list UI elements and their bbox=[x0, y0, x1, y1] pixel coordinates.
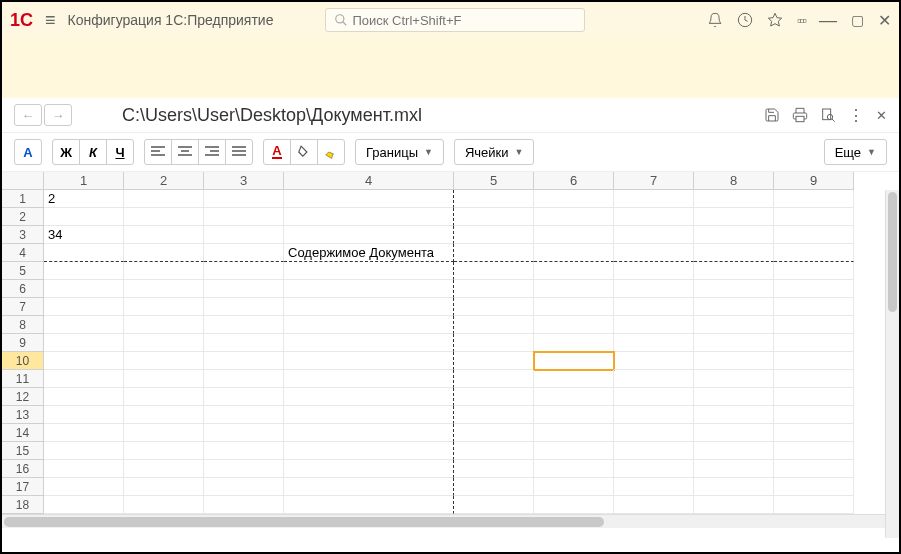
cell[interactable] bbox=[44, 298, 124, 316]
row-header[interactable]: 5 bbox=[2, 262, 44, 280]
cell[interactable] bbox=[774, 226, 854, 244]
bell-icon[interactable] bbox=[707, 12, 723, 28]
cell[interactable] bbox=[774, 478, 854, 496]
cell[interactable] bbox=[694, 244, 774, 262]
cell[interactable] bbox=[614, 280, 694, 298]
cell[interactable] bbox=[694, 226, 774, 244]
cell[interactable] bbox=[204, 424, 284, 442]
col-header[interactable]: 4 bbox=[284, 172, 454, 190]
cell[interactable] bbox=[124, 388, 204, 406]
cell[interactable] bbox=[774, 298, 854, 316]
cell[interactable] bbox=[284, 442, 454, 460]
cell[interactable] bbox=[614, 406, 694, 424]
cell[interactable] bbox=[204, 262, 284, 280]
cell[interactable] bbox=[774, 406, 854, 424]
cell[interactable] bbox=[124, 190, 204, 208]
cell[interactable]: Содержимое Документа bbox=[284, 244, 454, 262]
cell[interactable] bbox=[454, 280, 534, 298]
cell[interactable] bbox=[454, 262, 534, 280]
cell[interactable] bbox=[534, 370, 614, 388]
close-icon[interactable]: ✕ bbox=[878, 11, 891, 30]
cell[interactable] bbox=[694, 406, 774, 424]
cell[interactable] bbox=[284, 190, 454, 208]
back-button[interactable]: ← bbox=[14, 104, 42, 126]
cell[interactable] bbox=[284, 316, 454, 334]
cell[interactable] bbox=[534, 316, 614, 334]
cell[interactable] bbox=[694, 280, 774, 298]
cell[interactable] bbox=[284, 424, 454, 442]
cell[interactable] bbox=[694, 334, 774, 352]
cell[interactable] bbox=[774, 262, 854, 280]
cell[interactable] bbox=[534, 334, 614, 352]
minimize-icon[interactable]: — bbox=[819, 10, 837, 31]
cell[interactable] bbox=[534, 442, 614, 460]
save-icon[interactable] bbox=[764, 107, 780, 123]
cell[interactable] bbox=[44, 262, 124, 280]
cell[interactable] bbox=[774, 334, 854, 352]
cell[interactable] bbox=[44, 208, 124, 226]
cell[interactable] bbox=[614, 334, 694, 352]
cell[interactable] bbox=[204, 406, 284, 424]
cell[interactable] bbox=[694, 496, 774, 514]
cell[interactable] bbox=[694, 352, 774, 370]
align-left-button[interactable] bbox=[144, 139, 172, 165]
more-icon[interactable]: ⋮ bbox=[848, 106, 864, 125]
cell[interactable] bbox=[454, 316, 534, 334]
cell[interactable] bbox=[44, 460, 124, 478]
row-header[interactable]: 3 bbox=[2, 226, 44, 244]
row-header[interactable]: 17 bbox=[2, 478, 44, 496]
cell[interactable] bbox=[454, 442, 534, 460]
cell[interactable] bbox=[534, 388, 614, 406]
spreadsheet-grid[interactable]: 1234567891223344Содержимое Документа5678… bbox=[2, 172, 899, 514]
cell[interactable] bbox=[204, 370, 284, 388]
cell[interactable] bbox=[614, 460, 694, 478]
cell[interactable] bbox=[124, 442, 204, 460]
row-header[interactable]: 10 bbox=[2, 352, 44, 370]
cell[interactable] bbox=[534, 496, 614, 514]
cell[interactable] bbox=[614, 370, 694, 388]
cell[interactable] bbox=[44, 334, 124, 352]
cell[interactable] bbox=[204, 334, 284, 352]
row-header[interactable]: 14 bbox=[2, 424, 44, 442]
cell[interactable] bbox=[124, 208, 204, 226]
row-header[interactable]: 9 bbox=[2, 334, 44, 352]
underline-button[interactable]: Ч bbox=[106, 139, 134, 165]
row-header[interactable]: 15 bbox=[2, 442, 44, 460]
cell[interactable] bbox=[284, 262, 454, 280]
preview-icon[interactable] bbox=[820, 107, 836, 123]
cell[interactable] bbox=[124, 262, 204, 280]
cell[interactable] bbox=[284, 280, 454, 298]
corner-cell[interactable] bbox=[2, 172, 44, 190]
cell[interactable] bbox=[44, 406, 124, 424]
horizontal-scrollbar[interactable] bbox=[2, 514, 899, 528]
row-header[interactable]: 1 bbox=[2, 190, 44, 208]
cell[interactable] bbox=[614, 226, 694, 244]
col-header[interactable]: 1 bbox=[44, 172, 124, 190]
maximize-icon[interactable]: ▢ bbox=[851, 12, 864, 28]
row-header[interactable]: 11 bbox=[2, 370, 44, 388]
col-header[interactable]: 6 bbox=[534, 172, 614, 190]
col-header[interactable]: 8 bbox=[694, 172, 774, 190]
cell[interactable] bbox=[204, 478, 284, 496]
row-header[interactable]: 16 bbox=[2, 460, 44, 478]
col-header[interactable]: 2 bbox=[124, 172, 204, 190]
cell[interactable] bbox=[614, 208, 694, 226]
cell[interactable] bbox=[454, 352, 534, 370]
cell[interactable] bbox=[44, 496, 124, 514]
cell[interactable] bbox=[44, 424, 124, 442]
cell[interactable] bbox=[44, 442, 124, 460]
cell[interactable] bbox=[204, 460, 284, 478]
cell[interactable] bbox=[694, 262, 774, 280]
cell[interactable] bbox=[614, 442, 694, 460]
history-icon[interactable] bbox=[737, 12, 753, 28]
cell[interactable] bbox=[44, 244, 124, 262]
cell[interactable] bbox=[774, 424, 854, 442]
cell[interactable] bbox=[204, 298, 284, 316]
cell[interactable] bbox=[454, 478, 534, 496]
cell[interactable] bbox=[614, 190, 694, 208]
close-doc-icon[interactable]: ✕ bbox=[876, 108, 887, 123]
cell[interactable] bbox=[124, 406, 204, 424]
bold-button[interactable]: Ж bbox=[52, 139, 80, 165]
cell[interactable] bbox=[284, 370, 454, 388]
cell[interactable] bbox=[124, 244, 204, 262]
